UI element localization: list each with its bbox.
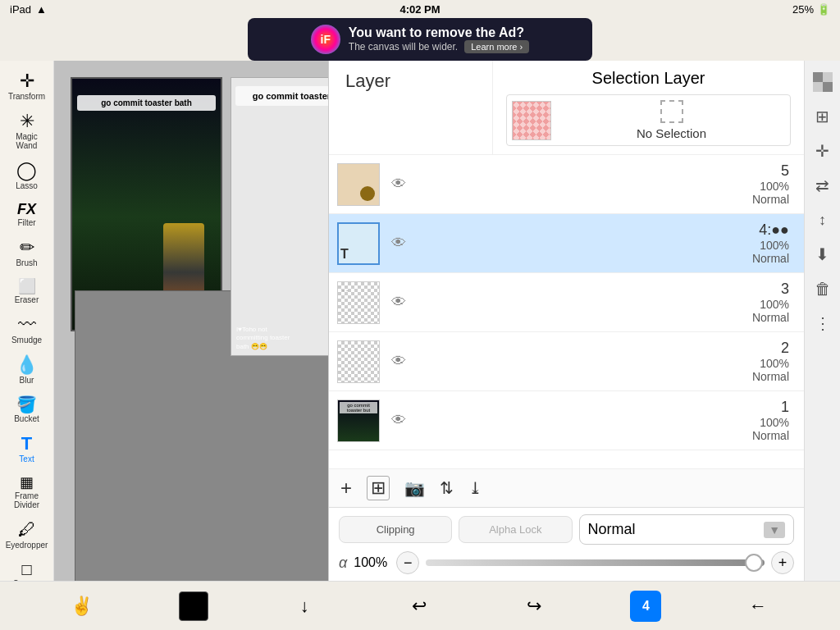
transform-icon: ✛	[20, 72, 34, 90]
battery-label: 25%	[792, 3, 814, 16]
no-selection-area: No Selection	[558, 100, 785, 140]
back-button[interactable]: ←	[740, 588, 776, 624]
eraser-icon: ⬜	[18, 279, 36, 294]
layer-4-opacity: 100%	[760, 239, 789, 252]
alpha-label: α	[339, 555, 347, 572]
tool-frame-divider[interactable]: ▦ Frame Divider	[2, 470, 52, 514]
checkerboard-button[interactable]	[808, 67, 838, 97]
layer-3-blend: Normal	[752, 311, 789, 324]
layer-5-opacity: 100%	[760, 180, 789, 193]
left-toolbar: ✛ Transform ✳ Magic Wand ◯ Lasso FX Filt…	[0, 61, 54, 630]
tool-smudge[interactable]: 〰 Smudge	[2, 311, 52, 349]
layer-3-visibility[interactable]: 👁	[386, 294, 411, 311]
camera-button[interactable]: 📷	[404, 478, 425, 498]
layer-row-3[interactable]: - - 👁 3 100% Normal	[329, 273, 804, 332]
layer-1-blend: Normal	[752, 429, 789, 442]
layer-5-visibility[interactable]: 👁	[386, 176, 411, 193]
ad-learn-more-button[interactable]: Learn more ›	[464, 40, 529, 53]
layer-toolbar: + ⊞ 📷 ⇅ ⤓	[329, 468, 804, 507]
layer-3-info: 3 100% Normal	[411, 281, 796, 324]
tool-lasso[interactable]: ◯ Lasso	[2, 157, 52, 195]
layer-row-5[interactable]: 👁 5 100% Normal	[329, 155, 804, 214]
layer-row-1[interactable]: go commit toaster but 👁 1 100% Normal	[329, 391, 804, 450]
eyedropper-icon: 🖊	[18, 521, 36, 539]
main-layout: ✛ Transform ✳ Magic Wand ◯ Lasso FX Filt…	[0, 61, 840, 630]
tool-brush[interactable]: ✏ Brush	[2, 234, 52, 272]
text-label: Text	[19, 454, 34, 463]
layer-4-number: 4:●●	[759, 221, 789, 239]
layer-5-content	[360, 186, 375, 201]
back-icon: ←	[749, 596, 767, 617]
wifi-icon: ▲	[36, 3, 47, 16]
alpha-lock-button[interactable]: Alpha Lock	[459, 516, 572, 543]
status-right: 25% 🔋	[792, 3, 830, 16]
status-left: iPad ▲	[10, 3, 47, 16]
layer-4-visibility[interactable]: 👁	[386, 235, 411, 252]
tool-eyedropper[interactable]: 🖊 Eyedropper	[2, 516, 52, 555]
opacity-slider-thumb[interactable]	[745, 554, 763, 572]
tool-filter[interactable]: FX Filter	[2, 197, 52, 232]
blend-mode-dropdown[interactable]: Normal ▼	[579, 514, 795, 545]
battery-icon: 🔋	[817, 3, 830, 16]
time-display: 4:02 PM	[399, 3, 440, 16]
eyedropper-label: Eyedropper	[6, 541, 48, 550]
down-arrow-icon: ↓	[300, 596, 309, 617]
redo-icon: ↪	[527, 596, 541, 617]
ad-logo: iF	[311, 25, 340, 54]
selection-thumb	[512, 101, 551, 140]
canvas-resize-button[interactable]: ⊞	[808, 102, 838, 131]
more-button[interactable]: ⋮	[808, 308, 838, 338]
layer-2-opacity: 100%	[760, 357, 789, 370]
insert-layer-button[interactable]: ⊞	[367, 476, 390, 500]
opacity-slider[interactable]	[426, 559, 765, 566]
tool-text[interactable]: T Text	[2, 430, 52, 468]
layer-1-visibility[interactable]: 👁	[386, 412, 411, 429]
tool-blur[interactable]: 💧 Blur	[2, 351, 52, 390]
layer-4-thumb: T	[337, 222, 380, 265]
move-button[interactable]: ✛	[808, 136, 838, 166]
layer-1-opacity: 100%	[760, 416, 789, 429]
bucket-label: Bucket	[14, 414, 39, 423]
svg-rect-2	[823, 72, 833, 82]
redo-button[interactable]: ↪	[516, 588, 552, 624]
opacity-plus-button[interactable]: +	[771, 551, 794, 574]
flip-v-button[interactable]: ↕	[808, 205, 838, 235]
selection-row: No Selection	[506, 94, 791, 146]
down-arrow-button[interactable]: ↓	[286, 588, 322, 624]
selection-layer-title: Selection Layer	[506, 69, 791, 88]
transform-label: Transform	[8, 92, 45, 101]
undo-button[interactable]: ↩	[401, 588, 437, 624]
frame-divider-icon: ▦	[20, 475, 34, 490]
lasso-icon: ◯	[16, 162, 37, 180]
opacity-minus-button[interactable]: −	[396, 551, 419, 574]
svg-rect-0	[813, 72, 823, 82]
clipping-button[interactable]: Clipping	[339, 516, 452, 543]
ad-banner[interactable]: iF You want to remove the Ad? The canvas…	[248, 18, 592, 61]
layer-5-number: 5	[781, 162, 789, 180]
flip-h-button[interactable]: ⇄	[808, 171, 838, 200]
layer-row-4[interactable]: T 👁 4:●● 100% Normal	[329, 214, 804, 273]
import-button[interactable]: ⇅	[440, 478, 454, 498]
layer-3-opacity: 100%	[760, 298, 789, 311]
delete-button[interactable]: 🗑	[808, 274, 838, 304]
export-button[interactable]: ⤓	[468, 478, 482, 498]
tool-transform[interactable]: ✛ Transform	[2, 67, 52, 106]
layer-row-2[interactable]: 👁 2 100% Normal	[329, 332, 804, 391]
layer-count-badge[interactable]: 4	[630, 591, 661, 622]
layer-2-number: 2	[781, 340, 789, 357]
color-swatch[interactable]	[179, 591, 208, 621]
layer-4-info: 4:●● 100% Normal	[411, 221, 796, 265]
gesture-button[interactable]: ✌	[64, 588, 100, 624]
filter-label: Filter	[17, 218, 35, 227]
checkerboard-icon	[813, 72, 833, 92]
add-layer-button[interactable]: +	[340, 477, 352, 500]
tool-bucket[interactable]: 🪣 Bucket	[2, 391, 52, 428]
download-button[interactable]: ⬇	[808, 240, 838, 269]
layer-panel-title: Layer	[329, 61, 493, 154]
layer-2-info: 2 100% Normal	[411, 340, 796, 383]
eraser-label: Eraser	[15, 295, 39, 304]
tool-magic-wand[interactable]: ✳ Magic Wand	[2, 107, 52, 155]
layer-3-number: 3	[781, 281, 789, 298]
tool-eraser[interactable]: ⬜ Eraser	[2, 274, 52, 309]
layer-2-visibility[interactable]: 👁	[386, 353, 411, 370]
